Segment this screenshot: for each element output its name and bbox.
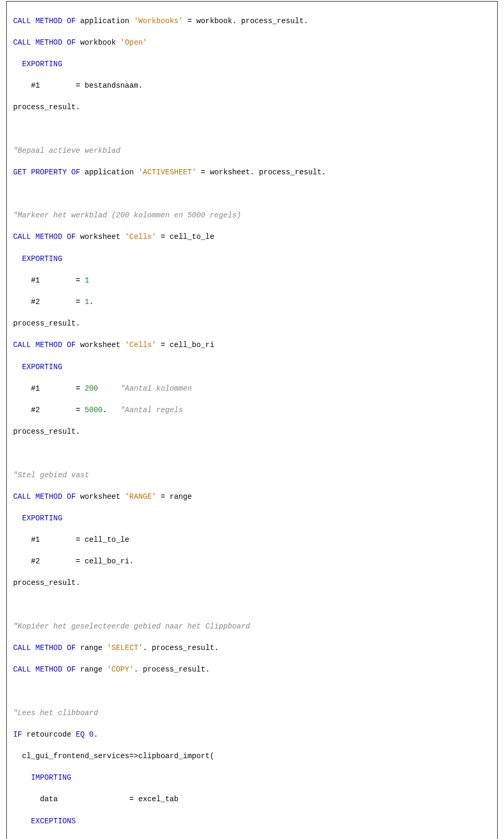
code-keyword: EQ 0: [76, 730, 93, 739]
code-text: #1 = cell_to_le: [13, 536, 129, 544]
code-keyword: IMPORTING: [13, 773, 71, 782]
code-comment: "Bepaal actieve werkblad: [13, 146, 120, 155]
code-text: . process_result.: [134, 665, 210, 674]
code-text: worksheet: [76, 492, 125, 501]
code-number: 200: [85, 384, 98, 393]
code-keyword: CALL METHOD OF: [13, 17, 76, 25]
code-text: process_result.: [13, 427, 80, 436]
code-comment: "Stel gebied vast: [13, 471, 89, 479]
code-text: #1 = bestandsnaam.: [13, 81, 143, 90]
code-keyword: CALL METHOD OF: [13, 644, 76, 652]
code-keyword: CALL METHOD OF: [13, 341, 76, 349]
code-text: workbook: [76, 38, 120, 47]
code-string: 'SELECT': [107, 644, 143, 652]
code-string: 'RANGE': [125, 492, 156, 501]
code-keyword: EXPORTING: [13, 60, 62, 68]
code-keyword: GET PROPERTY OF: [13, 168, 80, 176]
code-keyword: EXCEPTIONS: [13, 817, 76, 825]
code-text: .: [102, 406, 120, 414]
code-string: 'ACTIVESHEET': [138, 168, 196, 176]
code-comment: "Markeer het werkblad (200 kolommen en 5…: [13, 211, 241, 219]
code-text: = range: [156, 492, 192, 501]
code-keyword: EXPORTING: [13, 363, 62, 371]
code-text: = cell_to_le: [156, 233, 214, 241]
code-text: range: [76, 665, 107, 674]
document-page: CALL METHOD OF application 'Workbooks' =…: [0, 1, 504, 839]
code-text: .: [89, 298, 94, 306]
code-number: 1: [85, 276, 89, 285]
code-keyword: IF: [13, 730, 22, 739]
code-text: process_result.: [13, 103, 80, 111]
code-text: [98, 384, 121, 393]
code-string: 'Cells': [125, 233, 156, 241]
code-number: 5000: [85, 406, 102, 414]
code-comment: "Kopiéer het geselecteerde gebied naar h…: [13, 622, 250, 631]
code-keyword: CALL METHOD OF: [13, 38, 76, 47]
code-text: worksheet: [76, 233, 125, 241]
code-keyword: CALL METHOD OF: [13, 233, 76, 241]
code-text: . process_result.: [143, 644, 219, 652]
code-text: process_result.: [13, 319, 80, 328]
code-number: 1: [85, 298, 89, 306]
code-text: #2 =: [13, 298, 85, 306]
code-string: 'Cells': [125, 341, 156, 349]
code-text: cl_gui_frontend_services=>clipboard_impo…: [13, 752, 214, 760]
code-text: = worksheet. process_result.: [196, 168, 326, 176]
code-text: worksheet: [76, 341, 125, 349]
code-text: #2 = cell_bo_ri.: [13, 557, 134, 565]
code-text: #2 =: [13, 406, 85, 414]
code-text: data = excel_tab: [13, 795, 178, 803]
code-string: 'COPY': [107, 665, 134, 674]
code-comment: "Aantal kolommen: [120, 384, 192, 393]
code-text: application: [80, 168, 139, 176]
code-keyword: CALL METHOD OF: [13, 492, 76, 501]
code-string: 'Open': [120, 38, 147, 47]
code-text: application: [76, 17, 134, 25]
code-text: = cell_bo_ri: [156, 341, 214, 349]
code-text: range: [76, 644, 107, 652]
code-text: = workbook. process_result.: [183, 17, 308, 25]
code-keyword: EXPORTING: [13, 255, 62, 263]
code-text: retourcode: [22, 730, 76, 739]
code-keyword: CALL METHOD OF: [13, 665, 76, 674]
code-string: 'Workbooks': [134, 17, 183, 25]
code-text: #1 =: [13, 384, 85, 393]
code-text: #1 =: [13, 276, 85, 285]
code-comment: "Lees het clibboard: [13, 709, 98, 717]
code-keyword: EXPORTING: [13, 514, 62, 522]
code-comment: "Aantal regels: [120, 406, 183, 414]
code-text: .: [93, 730, 98, 739]
code-text: process_result.: [13, 579, 80, 587]
code-block: CALL METHOD OF application 'Workbooks' =…: [6, 1, 498, 839]
